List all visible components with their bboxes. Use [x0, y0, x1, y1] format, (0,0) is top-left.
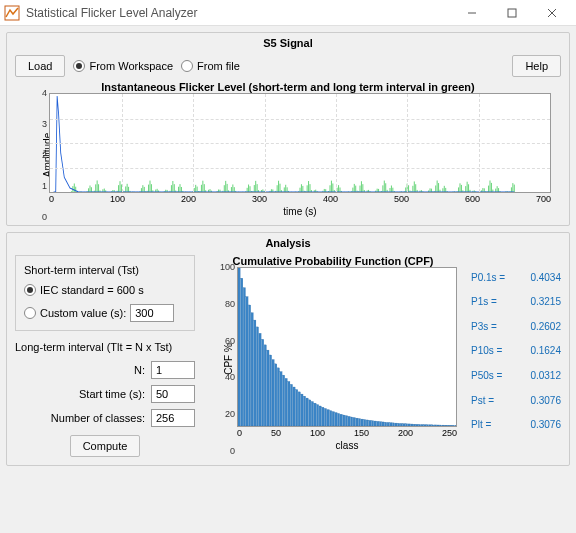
svg-rect-53: [364, 420, 366, 426]
n-input[interactable]: [151, 361, 195, 379]
start-time-input[interactable]: [151, 385, 195, 403]
analysis-panel-title: Analysis: [15, 237, 561, 249]
svg-rect-43: [337, 413, 339, 426]
svg-rect-25: [290, 384, 292, 426]
svg-rect-88: [455, 425, 456, 426]
svg-rect-63: [390, 423, 392, 426]
svg-rect-73: [416, 424, 418, 426]
svg-rect-83: [442, 425, 444, 426]
iec-standard-radio[interactable]: IEC standard = 600 s: [24, 284, 186, 296]
radio-icon: [24, 307, 36, 319]
custom-value-radio[interactable]: Custom value (s):: [24, 304, 186, 322]
svg-rect-84: [445, 425, 447, 426]
svg-rect-79: [432, 425, 434, 426]
svg-rect-22: [282, 375, 284, 426]
svg-rect-17: [269, 355, 271, 426]
svg-rect-65: [395, 423, 397, 426]
svg-rect-37: [322, 407, 324, 426]
svg-rect-35: [316, 405, 318, 426]
svg-rect-78: [429, 425, 431, 426]
svg-rect-23: [285, 378, 287, 426]
svg-rect-75: [421, 425, 423, 426]
maximize-button[interactable]: [492, 0, 532, 26]
flicker-xticks: 0100200300400500600700: [49, 193, 551, 204]
analysis-panel: Analysis Short-term interval (Tst) IEC s…: [6, 232, 570, 466]
svg-rect-32: [309, 400, 311, 426]
cpf-xticks: 050100150200250: [237, 427, 457, 438]
radio-icon: [181, 60, 193, 72]
classes-label: Number of classes:: [51, 412, 145, 424]
svg-rect-13: [259, 333, 261, 426]
svg-rect-70: [408, 424, 410, 426]
s5-signal-panel: S5 Signal Load From Workspace From file …: [6, 32, 570, 226]
statistics-readout: P0.1s =0.4034 P1s =0.3215 P3s =0.2602 P1…: [471, 255, 561, 457]
tst-group: Short-term interval (Tst) IEC standard =…: [15, 255, 195, 331]
svg-rect-60: [382, 422, 384, 426]
svg-rect-74: [419, 424, 421, 426]
svg-rect-80: [434, 425, 436, 426]
svg-rect-46: [345, 416, 347, 426]
radio-label: From Workspace: [89, 60, 173, 72]
svg-rect-44: [340, 414, 342, 426]
radio-label: Custom value (s):: [40, 307, 126, 319]
svg-rect-41: [332, 412, 334, 426]
tst-title: Short-term interval (Tst): [24, 264, 186, 276]
app-icon: [4, 5, 20, 21]
svg-rect-19: [275, 364, 277, 426]
cpf-xlabel: class: [237, 440, 457, 451]
svg-rect-69: [405, 424, 407, 426]
svg-rect-86: [450, 425, 452, 426]
svg-rect-77: [426, 425, 428, 426]
from-workspace-radio[interactable]: From Workspace: [73, 60, 173, 72]
svg-rect-34: [314, 403, 316, 426]
radio-icon: [24, 284, 36, 296]
close-button[interactable]: [532, 0, 572, 26]
radio-icon: [73, 60, 85, 72]
minimize-button[interactable]: [452, 0, 492, 26]
svg-rect-5: [238, 268, 240, 426]
n-label: N:: [134, 364, 145, 376]
svg-rect-61: [384, 422, 386, 426]
svg-rect-56: [371, 421, 373, 426]
svg-rect-38: [324, 408, 326, 426]
load-button[interactable]: Load: [15, 55, 65, 77]
svg-rect-40: [330, 411, 332, 426]
cpf-chart: [237, 267, 457, 427]
svg-rect-6: [241, 278, 243, 426]
svg-rect-52: [361, 419, 363, 426]
svg-rect-58: [377, 421, 379, 426]
svg-rect-48: [350, 417, 352, 426]
svg-rect-24: [288, 381, 290, 426]
cpf-chart-title: Cumulative Probability Function (CPF): [203, 255, 463, 267]
help-button[interactable]: Help: [512, 55, 561, 77]
window-title: Statistical Flicker Level Analyzer: [26, 6, 452, 20]
svg-rect-12: [256, 327, 258, 426]
svg-rect-57: [374, 421, 376, 426]
svg-rect-67: [400, 423, 402, 426]
svg-rect-27: [296, 390, 298, 426]
compute-button[interactable]: Compute: [70, 435, 141, 457]
from-file-radio[interactable]: From file: [181, 60, 240, 72]
svg-rect-39: [327, 410, 329, 426]
svg-rect-16: [267, 350, 269, 426]
radio-label: From file: [197, 60, 240, 72]
svg-rect-82: [439, 425, 441, 426]
svg-rect-50: [356, 418, 358, 426]
custom-value-input[interactable]: [130, 304, 174, 322]
svg-rect-72: [413, 424, 415, 426]
svg-rect-28: [298, 392, 300, 426]
svg-rect-20: [277, 368, 279, 426]
svg-rect-62: [387, 422, 389, 426]
classes-input[interactable]: [151, 409, 195, 427]
start-time-label: Start time (s):: [79, 388, 145, 400]
svg-rect-49: [353, 418, 355, 426]
svg-rect-71: [411, 424, 413, 426]
flicker-chart: [49, 93, 551, 193]
svg-rect-21: [280, 372, 282, 426]
svg-rect-31: [306, 398, 308, 426]
svg-rect-64: [392, 423, 394, 426]
svg-rect-54: [366, 420, 368, 426]
svg-rect-18: [272, 360, 274, 426]
svg-rect-8: [246, 297, 248, 426]
flicker-chart-title: Instantaneous Flicker Level (short-term …: [15, 81, 561, 93]
